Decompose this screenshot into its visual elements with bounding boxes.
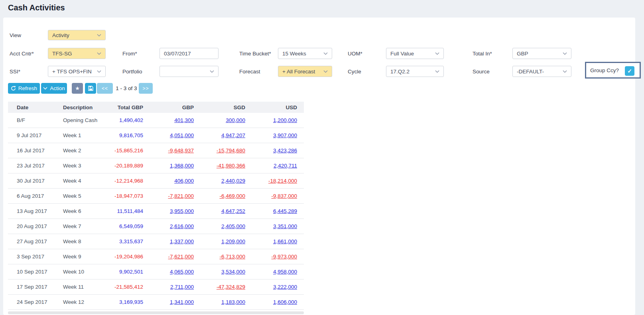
drilldown-link[interactable]: 300,000 xyxy=(226,117,245,123)
usd-cell[interactable]: 1,200,000 xyxy=(252,113,304,128)
total-in-select[interactable]: GBP xyxy=(512,48,571,59)
drilldown-link[interactable]: 1,341,000 xyxy=(170,299,194,305)
gbp-cell[interactable]: 1,337,000 xyxy=(150,234,201,249)
next-page-button[interactable]: >> xyxy=(139,83,153,94)
drilldown-link[interactable]: -18,214,000 xyxy=(268,178,297,184)
drilldown-link[interactable]: 4,647,252 xyxy=(221,208,245,214)
sgd-cell[interactable]: 1,183,000 xyxy=(201,295,252,310)
uom-select[interactable]: Full Value xyxy=(386,48,444,59)
drilldown-link[interactable]: 3,534,000 xyxy=(221,269,245,275)
drilldown-link[interactable]: -6,469,000 xyxy=(219,193,245,199)
drilldown-link[interactable]: 2,616,000 xyxy=(170,223,194,229)
cycle-select[interactable]: 17.Q2.2 xyxy=(386,66,444,77)
gbp-cell[interactable]: -7,821,000 xyxy=(150,189,201,204)
usd-cell[interactable]: 1,606,000 xyxy=(252,295,304,310)
drilldown-link[interactable]: 4,958,000 xyxy=(273,269,297,275)
usd-cell[interactable]: -18,214,000 xyxy=(252,173,304,189)
portfolio-select[interactable] xyxy=(160,66,219,77)
drilldown-link[interactable]: -9,973,000 xyxy=(271,254,297,260)
drilldown-link[interactable]: 1,209,000 xyxy=(221,238,245,244)
gbp-cell[interactable]: 3,955,000 xyxy=(150,204,201,219)
sgd-cell[interactable]: 1,209,000 xyxy=(201,234,252,249)
gbp-cell[interactable]: 4,051,000 xyxy=(150,128,201,143)
action-button[interactable]: Action xyxy=(41,83,67,94)
drilldown-link[interactable]: -7,821,000 xyxy=(168,193,194,199)
cell-text: Week 8 xyxy=(63,238,81,244)
sgd-cell[interactable]: 300,000 xyxy=(201,113,252,128)
ssi-select[interactable]: + TFS OPS+FIN xyxy=(48,66,106,77)
drilldown-link[interactable]: 2,440,029 xyxy=(221,178,245,184)
horizontal-scrollbar[interactable] xyxy=(8,311,304,314)
drilldown-link[interactable]: 2,405,000 xyxy=(221,223,245,229)
usd-cell[interactable]: -9,837,000 xyxy=(252,189,304,204)
drilldown-link[interactable]: -15,794,680 xyxy=(217,148,245,154)
sgd-cell[interactable]: -47,324,829 xyxy=(201,280,252,295)
drilldown-link[interactable]: 1,183,000 xyxy=(221,299,245,305)
drilldown-link[interactable]: -9,648,937 xyxy=(168,148,194,154)
usd-cell[interactable]: 3,222,000 xyxy=(252,280,304,295)
drilldown-link[interactable]: -7,621,000 xyxy=(168,254,194,260)
drilldown-link[interactable]: 4,051,000 xyxy=(170,132,194,138)
usd-cell[interactable]: 2,420,711 xyxy=(252,158,304,173)
drilldown-link[interactable]: 3,222,000 xyxy=(273,284,297,290)
drilldown-link[interactable]: 1,606,000 xyxy=(273,299,297,305)
gbp-cell[interactable]: 4,065,000 xyxy=(150,264,201,280)
time-bucket-select[interactable]: 15 Weeks xyxy=(278,48,332,59)
drilldown-link[interactable]: -41,980,366 xyxy=(217,163,245,169)
usd-cell[interactable]: 6,445,289 xyxy=(252,204,304,219)
drilldown-link[interactable]: 3,351,000 xyxy=(273,223,297,229)
drilldown-link[interactable]: -47,324,829 xyxy=(217,284,245,290)
usd-cell[interactable]: 3,423,286 xyxy=(252,143,304,158)
acct-cntr-select[interactable]: TFS-SG xyxy=(48,48,106,59)
drilldown-link[interactable]: 1,200,000 xyxy=(273,117,297,123)
usd-cell[interactable]: -9,973,000 xyxy=(252,249,304,264)
drilldown-link[interactable]: 2,711,000 xyxy=(170,284,194,290)
drilldown-link[interactable]: 3,423,286 xyxy=(273,148,297,154)
sgd-cell[interactable]: 3,534,000 xyxy=(201,264,252,280)
favorite-button[interactable]: ★ xyxy=(72,83,83,94)
view-select[interactable]: Activity xyxy=(48,30,106,40)
drilldown-link[interactable]: 3,955,000 xyxy=(170,208,194,214)
drilldown-link[interactable]: -6,713,000 xyxy=(219,254,245,260)
drilldown-link[interactable]: 1,337,000 xyxy=(170,238,194,244)
drilldown-link[interactable]: -9,837,000 xyxy=(271,193,297,199)
sgd-cell[interactable]: -6,469,000 xyxy=(201,189,252,204)
sgd-cell[interactable]: 2,440,029 xyxy=(201,173,252,189)
sgd-cell[interactable]: -15,794,680 xyxy=(201,143,252,158)
drilldown-link[interactable]: 401,300 xyxy=(174,117,194,123)
gbp-cell[interactable]: -7,621,000 xyxy=(150,249,201,264)
sgd-cell[interactable]: -6,713,000 xyxy=(201,249,252,264)
gbp-cell[interactable]: 2,711,000 xyxy=(150,280,201,295)
drilldown-link[interactable]: 4,065,000 xyxy=(170,269,194,275)
sgd-cell[interactable]: -41,980,366 xyxy=(201,158,252,173)
usd-cell[interactable]: 4,958,000 xyxy=(252,264,304,280)
cell-text: Week 5 xyxy=(63,193,81,199)
table-row: 20 Aug 2017Week 76,549,0592,616,0002,405… xyxy=(8,219,304,234)
sgd-cell[interactable]: 4,647,252 xyxy=(201,204,252,219)
usd-cell[interactable]: 3,351,000 xyxy=(252,219,304,234)
save-button[interactable] xyxy=(85,83,96,94)
group-ccy-checkbox[interactable]: ✓ xyxy=(625,66,634,76)
sgd-cell[interactable]: 4,947,207 xyxy=(201,128,252,143)
drilldown-link[interactable]: 2,420,711 xyxy=(274,163,297,169)
drilldown-link[interactable]: 406,000 xyxy=(174,178,194,184)
drilldown-link[interactable]: 6,445,289 xyxy=(273,208,297,214)
usd-cell[interactable]: 1,661,000 xyxy=(252,234,304,249)
gbp-cell[interactable]: 401,300 xyxy=(150,113,201,128)
prev-page-button[interactable]: << xyxy=(97,83,113,94)
gbp-cell[interactable]: -9,648,937 xyxy=(150,143,201,158)
usd-cell[interactable]: 3,907,000 xyxy=(252,128,304,143)
refresh-button[interactable]: Refresh xyxy=(8,83,40,94)
source-select[interactable]: -DEFAULT- xyxy=(512,66,571,77)
drilldown-link[interactable]: 3,907,000 xyxy=(273,132,297,138)
sgd-cell[interactable]: 2,405,000 xyxy=(201,219,252,234)
gbp-cell[interactable]: 406,000 xyxy=(150,173,201,189)
drilldown-link[interactable]: 1,368,000 xyxy=(170,163,194,169)
from-date-input[interactable] xyxy=(160,48,219,59)
drilldown-link[interactable]: 1,661,000 xyxy=(273,238,297,244)
gbp-cell[interactable]: 1,368,000 xyxy=(150,158,201,173)
gbp-cell[interactable]: 1,341,000 xyxy=(150,295,201,310)
forecast-select[interactable]: + All Forecast xyxy=(278,66,332,77)
gbp-cell[interactable]: 2,616,000 xyxy=(150,219,201,234)
drilldown-link[interactable]: 4,947,207 xyxy=(221,132,245,138)
